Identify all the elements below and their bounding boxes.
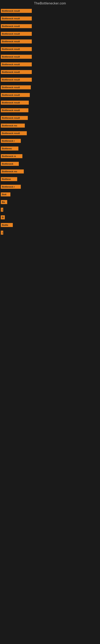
bottleneck-bar-row: Bottleneck result [1, 40, 100, 44]
bottleneck-bar-row: Bottleneck re [1, 154, 100, 158]
bottleneck-bar-row: Bottleneck result [1, 9, 100, 13]
site-title: TheBottlenecker.com [0, 0, 100, 7]
bottleneck-bar-row: Bottleneck result [1, 85, 100, 89]
bottleneck-bar-row: Bottleneck result [1, 70, 100, 74]
bottleneck-bar-row: Bottleneck result [1, 108, 100, 112]
bottleneck-result-label: Bottleneck result [1, 55, 32, 59]
bottleneck-bar-row: Bottleneck result [1, 55, 100, 59]
bottleneck-result-label: | [1, 208, 3, 212]
bottleneck-result-label: Bottleneck result [1, 40, 32, 44]
bottleneck-result-label: Bottleneck result [1, 32, 32, 36]
bottleneck-result-label: Bottleneck result [1, 62, 32, 66]
bottleneck-result-label: Bo [1, 200, 7, 204]
bars-container: Bottleneck resultBottleneck resultBottle… [0, 7, 100, 235]
bottleneck-bar-row: Bottleneck result [1, 24, 100, 28]
bottleneck-bar-row: Bottleneck result [1, 62, 100, 66]
bottleneck-result-label: Bottleneck r [1, 139, 21, 143]
bottleneck-bar-row: Bottleneck result [1, 32, 100, 36]
bottleneck-result-label: Bottlenec [1, 146, 18, 150]
bottleneck-result-label: Bottle [1, 223, 13, 227]
bottleneck-result-label: Bottleneck result [1, 9, 32, 13]
bottleneck-result-label: Bottleneck [1, 162, 19, 166]
bottleneck-result-label: Bottleneck result [1, 116, 28, 120]
bottleneck-result-label: Bott [1, 192, 10, 196]
bottleneck-result-label: Bottleneck res [1, 170, 24, 174]
bottleneck-result-label: Bottleneck result [1, 93, 30, 97]
bottleneck-bar-row: Bottleneck r [1, 139, 100, 143]
bottleneck-bar-row: Bottleneck result [1, 16, 100, 20]
bottleneck-result-label: Bottlene [1, 177, 17, 181]
bottleneck-result-label: | [1, 231, 3, 235]
bottleneck-bar-row: Bott [1, 192, 100, 196]
bottleneck-bar-row: Bottleneck res [1, 170, 100, 174]
bottleneck-result-label: Bottleneck r [1, 185, 21, 189]
bottleneck-result-label: Bottleneck result [1, 108, 28, 112]
bottleneck-result-label: Bottleneck result [1, 70, 32, 74]
bottleneck-bar-row: Bottleneck result [1, 47, 100, 51]
bottleneck-result-label: Bottleneck result [1, 16, 32, 20]
bottleneck-bar-row: B [1, 215, 100, 219]
bottleneck-bar-row: | [1, 231, 100, 235]
bottleneck-bar-row: Bottleneck result [1, 116, 100, 120]
bottleneck-result-label: Bottleneck result [1, 78, 32, 82]
bottleneck-bar-row: | [1, 208, 100, 212]
bottleneck-bar-row: Bo [1, 200, 100, 204]
bottleneck-bar-row: Bottleneck result [1, 78, 100, 82]
bottleneck-result-label: Bottleneck re [1, 154, 22, 158]
bottleneck-bar-row: Bottleneck result [1, 131, 100, 135]
bottleneck-result-label: Bottleneck res [1, 124, 25, 128]
bottleneck-bar-row: Bottleneck r [1, 185, 100, 189]
bottleneck-bar-row: Bottleneck [1, 162, 100, 166]
bottleneck-result-label: B [1, 215, 5, 219]
bottleneck-result-label: Bottleneck result [1, 131, 27, 135]
bottleneck-bar-row: Bottleneck result [1, 100, 100, 105]
bottleneck-result-label: Bottleneck result [1, 47, 32, 51]
bottleneck-result-label: Bottleneck result [1, 100, 29, 105]
bottleneck-result-label: Bottleneck result [1, 24, 32, 28]
bottleneck-bar-row: Bottle [1, 223, 100, 227]
bottleneck-result-label: Bottleneck result [1, 85, 31, 89]
bottleneck-bar-row: Bottleneck result [1, 93, 100, 97]
bottleneck-bar-row: Bottlenec [1, 146, 100, 150]
bottleneck-bar-row: Bottlene [1, 177, 100, 181]
bottleneck-bar-row: Bottleneck res [1, 124, 100, 128]
